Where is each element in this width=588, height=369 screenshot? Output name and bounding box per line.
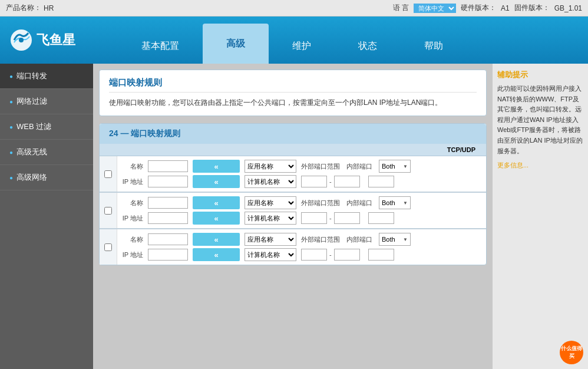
- ext-port-start-2[interactable]: [301, 212, 327, 224]
- hw-label: 硬件版本：: [461, 3, 496, 13]
- bullet-icon: ●: [9, 98, 13, 105]
- rule-row-2: 名称 « 应用名称 外部端口范围 内部端口 Both ▼: [100, 193, 486, 229]
- app-select-3[interactable]: 应用名称: [245, 233, 296, 246]
- help-title: 辅助提示: [497, 70, 583, 80]
- help-more-link[interactable]: 更多信息...: [497, 161, 583, 170]
- tab-help[interactable]: 帮助: [401, 28, 467, 64]
- int-port-input-2[interactable]: [368, 212, 394, 224]
- tab-maintenance[interactable]: 维护: [269, 28, 335, 64]
- content-area: 端口映射规则 使用端口映射功能，您可以在路由器上指定一个公共端口，按需重定向至一…: [93, 64, 493, 369]
- rule-ip-row-2: IP 地址 « 计算机名称 -: [122, 212, 481, 225]
- help-text: 此功能可以使因特网用户接入NAT转换后的WWW、FTP及其它服务，也叫端口转发。…: [497, 84, 583, 156]
- logo-area: 飞鱼星: [0, 17, 118, 64]
- ip-input-2[interactable]: [148, 212, 188, 224]
- both-label-1: Both: [382, 163, 395, 170]
- int-port-label-2: 内部端口: [345, 199, 374, 207]
- bullet-icon: ●: [9, 174, 13, 181]
- fw-value: GB_1.01: [554, 4, 582, 12]
- name-input-1[interactable]: [148, 160, 188, 172]
- arrow-btn-ip-2[interactable]: «: [193, 212, 240, 225]
- sidebar-item-port-forward[interactable]: ● 端口转发: [0, 64, 93, 89]
- rule-name-row-2: 名称 « 应用名称 外部端口范围 内部端口 Both ▼: [122, 196, 481, 209]
- app-select-1[interactable]: 应用名称: [245, 160, 296, 173]
- both-dropdown-2[interactable]: Both ▼: [379, 196, 411, 209]
- sidebar-item-advanced-wireless[interactable]: ● 高级无线: [0, 140, 93, 165]
- int-port-label-3: 内部端口: [345, 235, 374, 244]
- dash-1: -: [328, 178, 333, 185]
- ext-port-label-2: 外部端口范围: [301, 199, 340, 207]
- sidebar-label-port-forward: 端口转发: [16, 71, 47, 81]
- main-layout: ● 端口转发 ● 网络过滤 ● WEB 过滤 ● 高级无线 ● 高级网络 端口映…: [0, 64, 588, 369]
- ext-port-range-2: -: [301, 212, 360, 224]
- sidebar-item-network-filter[interactable]: ● 网络过滤: [0, 89, 93, 114]
- arrow-btn-ip-3[interactable]: «: [193, 248, 240, 261]
- label-ip-3: IP 地址: [122, 251, 143, 259]
- computer-select-2[interactable]: 计算机名称: [245, 212, 296, 225]
- int-port-label-1: 内部端口: [345, 162, 374, 171]
- nav-tabs: 基本配置 高级 维护 状态 帮助: [118, 17, 588, 64]
- both-label-2: Both: [382, 199, 395, 206]
- ext-port-range-1: -: [301, 176, 360, 187]
- ext-port-start-3[interactable]: [301, 249, 327, 261]
- name-input-3[interactable]: [148, 233, 188, 245]
- both-dropdown-1[interactable]: Both ▼: [379, 160, 411, 173]
- dropdown-arrow-2: ▼: [403, 200, 408, 206]
- ext-port-label-1: 外部端口范围: [301, 162, 340, 171]
- arrow-btn-3[interactable]: «: [193, 233, 240, 246]
- label-name-3: 名称: [122, 235, 143, 244]
- name-input-2[interactable]: [148, 197, 188, 209]
- rules-box: 24 — 端口映射规则 TCP/UDP 名称 «: [99, 123, 487, 265]
- app-select-2[interactable]: 应用名称: [245, 196, 296, 209]
- both-dropdown-3[interactable]: Both ▼: [379, 233, 411, 246]
- arrow-btn-1[interactable]: «: [193, 160, 240, 173]
- rule-ip-row-3: IP 地址 « 计算机名称 -: [122, 248, 481, 261]
- dropdown-arrow-3: ▼: [403, 237, 408, 242]
- ip-input-3[interactable]: [148, 249, 188, 261]
- rule-checkbox-1[interactable]: [104, 170, 112, 178]
- sidebar: ● 端口转发 ● 网络过滤 ● WEB 过滤 ● 高级无线 ● 高级网络: [0, 64, 93, 369]
- rule-body-3: 名称 « 应用名称 外部端口范围 内部端口 Both ▼: [117, 229, 486, 265]
- rule-name-row-3: 名称 « 应用名称 外部端口范围 内部端口 Both ▼: [122, 233, 481, 246]
- info-box-text: 使用端口映射功能，您可以在路由器上指定一个公共端口，按需重定向至一个内部LAN …: [109, 97, 477, 108]
- dash-3: -: [328, 251, 333, 258]
- svg-point-1: [19, 38, 24, 42]
- lang-label: 语 言: [393, 3, 409, 13]
- ext-port-range-3: -: [301, 249, 360, 261]
- arrow-btn-ip-1[interactable]: «: [193, 175, 240, 188]
- dash-2: -: [328, 215, 333, 222]
- language-select[interactable]: 简体中文: [414, 4, 456, 13]
- dropdown-arrow-1: ▼: [403, 164, 408, 169]
- tab-basic-config[interactable]: 基本配置: [118, 28, 203, 64]
- tab-advanced[interactable]: 高级: [203, 24, 269, 64]
- fw-label: 固件版本：: [514, 3, 550, 13]
- rule-checkbox-3[interactable]: [104, 243, 112, 251]
- int-port-input-1[interactable]: [368, 176, 394, 187]
- top-bar: 产品名称： HR 语 言 简体中文 硬件版本： A1 固件版本： GB_1.01: [0, 0, 588, 17]
- label-name-1: 名称: [122, 162, 143, 171]
- rule-check-2: [100, 193, 117, 228]
- label-name-2: 名称: [122, 199, 143, 207]
- ext-port-start-1[interactable]: [301, 176, 327, 187]
- sidebar-item-advanced-network[interactable]: ● 高级网络: [0, 165, 93, 190]
- ip-input-1[interactable]: [148, 176, 188, 187]
- tab-status[interactable]: 状态: [335, 28, 401, 64]
- col-headers: TCP/UDP: [100, 144, 486, 156]
- ext-port-end-3[interactable]: [334, 249, 360, 261]
- ext-port-end-2[interactable]: [334, 212, 360, 224]
- col-tcp-udp: TCP/UDP: [447, 146, 481, 153]
- product-label: 产品名称：: [6, 3, 41, 13]
- info-box-title: 端口映射规则: [109, 77, 477, 93]
- computer-select-1[interactable]: 计算机名称: [245, 175, 296, 188]
- info-box: 端口映射规则 使用端口映射功能，您可以在路由器上指定一个公共端口，按需重定向至一…: [99, 70, 487, 116]
- sidebar-label-web-filter: WEB 过滤: [16, 121, 51, 132]
- computer-select-3[interactable]: 计算机名称: [245, 248, 296, 261]
- ext-port-end-1[interactable]: [334, 176, 360, 187]
- hw-value: A1: [501, 4, 510, 12]
- rule-checkbox-2[interactable]: [104, 207, 112, 215]
- system-info: 语 言 简体中文 硬件版本： A1 固件版本： GB_1.01: [393, 3, 582, 13]
- logo-name: 飞鱼星: [37, 31, 75, 49]
- sidebar-item-web-filter[interactable]: ● WEB 过滤: [0, 114, 93, 140]
- int-port-input-3[interactable]: [368, 249, 394, 261]
- rule-ip-row-1: IP 地址 « 计算机名称 -: [122, 175, 481, 188]
- arrow-btn-2[interactable]: «: [193, 196, 240, 209]
